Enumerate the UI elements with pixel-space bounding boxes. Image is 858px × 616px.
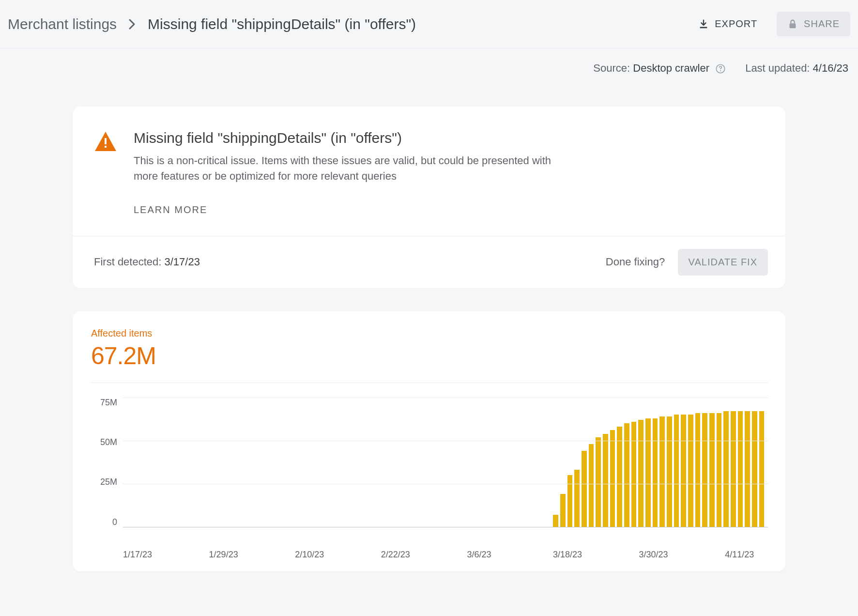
chart-y-axis: 75M50M25M0 [91, 398, 123, 527]
chart-y-tick: 0 [112, 517, 117, 527]
issue-footer: First detected: 3/17/23 Done fixing? VAL… [73, 236, 785, 288]
chart-x-tick: 3/18/23 [553, 550, 639, 560]
export-label: EXPORT [715, 18, 757, 30]
breadcrumb: Merchant listings Missing field "shippin… [8, 16, 416, 32]
chart-bar[interactable] [674, 415, 679, 526]
chart-gridline [123, 441, 768, 441]
svg-point-3 [720, 70, 721, 71]
chart-bar[interactable] [610, 430, 615, 526]
chart-y-tick: 25M [100, 477, 117, 487]
chart-bar[interactable] [709, 413, 715, 527]
chart-bar[interactable] [717, 413, 722, 527]
chart-bar[interactable] [738, 411, 743, 527]
chart-card: Affected items 67.2M 75M50M25M0 1/17/231… [73, 311, 785, 571]
chart-bars [123, 398, 768, 527]
chart-plot-area [123, 398, 768, 527]
chart-bar[interactable] [582, 451, 587, 527]
chart-bar[interactable] [731, 411, 736, 527]
source-label: Source: [593, 62, 633, 74]
chart-bar[interactable] [603, 434, 608, 527]
chart-bar[interactable] [723, 411, 729, 527]
svg-rect-4 [105, 138, 107, 144]
first-detected-label: First detected: [94, 256, 165, 268]
chart-bar[interactable] [645, 418, 651, 527]
chart-bar[interactable] [567, 475, 573, 527]
chart-gridline [123, 398, 768, 398]
share-label: SHARE [804, 18, 840, 30]
validate-fix-button[interactable]: VALIDATE FIX [678, 249, 768, 276]
help-icon[interactable] [715, 63, 726, 74]
source-info: Source: Desktop crawler [593, 62, 726, 75]
svg-rect-0 [700, 27, 707, 28]
chart-bar[interactable] [553, 515, 558, 527]
chart-bar[interactable] [624, 423, 629, 527]
last-updated-label: Last updated: [745, 62, 812, 74]
chart-bar[interactable] [631, 422, 637, 527]
svg-rect-1 [790, 23, 796, 28]
issue-card: Missing field "shippingDetails" (in "off… [73, 107, 785, 288]
chart-bar[interactable] [638, 420, 644, 527]
breadcrumb-root[interactable]: Merchant listings [8, 16, 117, 32]
chart-bar[interactable] [745, 411, 750, 527]
chart-bar[interactable] [574, 470, 580, 526]
chart-bar[interactable] [596, 437, 601, 527]
affected-items-label: Affected items [91, 328, 768, 339]
chart-x-tick: 1/17/23 [123, 550, 209, 560]
chart-bar[interactable] [617, 427, 622, 526]
meta-row: Source: Desktop crawler Last updated: 4/… [0, 48, 858, 79]
chart-bar[interactable] [667, 416, 672, 527]
issue-description: This is a non-critical issue. Items with… [134, 153, 569, 184]
issue-body: Missing field "shippingDetails" (in "off… [73, 107, 785, 236]
affected-items-value: 67.2M [91, 342, 768, 370]
chart-bar[interactable] [752, 411, 757, 527]
share-button[interactable]: SHARE [777, 12, 850, 36]
chart-bar[interactable] [653, 418, 658, 527]
first-detected-value: 3/17/23 [165, 256, 200, 268]
export-button[interactable]: EXPORT [688, 12, 768, 36]
chart-gridline [123, 484, 768, 484]
lock-icon [787, 19, 798, 30]
chart: 75M50M25M0 [91, 398, 768, 543]
chart-bar[interactable] [759, 411, 765, 527]
learn-more-link[interactable]: LEARN MORE [134, 204, 207, 216]
svg-rect-5 [105, 146, 107, 148]
chart-bar[interactable] [659, 416, 665, 527]
chevron-right-icon [128, 18, 136, 30]
chart-x-tick: 2/10/23 [295, 550, 381, 560]
page-header: Merchant listings Missing field "shippin… [0, 0, 858, 48]
source-value: Desktop crawler [633, 62, 709, 74]
header-actions: EXPORT SHARE [688, 12, 850, 36]
chart-bar[interactable] [702, 413, 707, 527]
chart-x-tick: 4/11/23 [725, 550, 768, 560]
first-detected: First detected: 3/17/23 [94, 256, 200, 268]
chart-x-tick: 2/22/23 [381, 550, 467, 560]
chart-bar[interactable] [688, 415, 693, 526]
chart-divider [91, 383, 768, 383]
issue-title: Missing field "shippingDetails" (in "off… [134, 130, 569, 146]
done-fixing-label: Done fixing? [606, 256, 665, 268]
last-updated-value: 4/16/23 [813, 62, 848, 74]
chart-x-axis: 1/17/231/29/232/10/232/22/233/6/233/18/2… [123, 550, 768, 560]
chart-bar[interactable] [560, 494, 566, 527]
warning-icon [94, 131, 117, 216]
chart-y-tick: 50M [100, 437, 117, 447]
download-icon [698, 19, 709, 30]
validation-area: Done fixing? VALIDATE FIX [606, 249, 768, 276]
chart-bar[interactable] [695, 413, 701, 527]
chart-bar[interactable] [589, 444, 594, 527]
chart-x-tick: 3/30/23 [639, 550, 725, 560]
last-updated-info: Last updated: 4/16/23 [745, 62, 848, 75]
chart-x-tick: 3/6/23 [467, 550, 553, 560]
chart-y-tick: 75M [100, 398, 117, 408]
chart-bar[interactable] [681, 415, 686, 526]
chart-x-tick: 1/29/23 [209, 550, 295, 560]
breadcrumb-current: Missing field "shippingDetails" (in "off… [148, 16, 416, 32]
